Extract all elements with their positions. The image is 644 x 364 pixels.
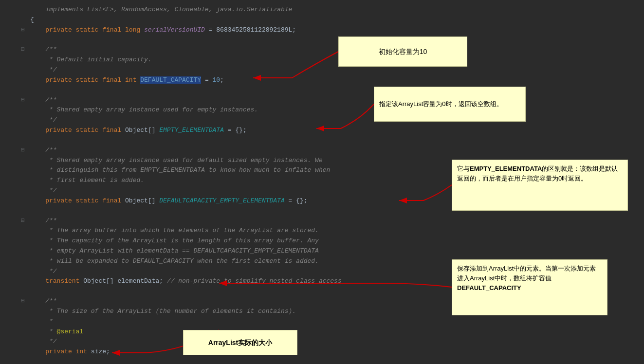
code-line-3: ⊟ private static final long serialVersio…	[0, 25, 644, 36]
line-content-8: private static final int DEFAULT_CAPACIT…	[26, 75, 644, 86]
line-number-11	[5, 105, 19, 106]
line-number-22	[5, 216, 19, 217]
line-content-11: * Shared empty array instance used for e…	[26, 105, 644, 115]
code-line-5: ⊟ /**	[0, 45, 644, 55]
code-line-11: * Shared empty array instance used for e…	[0, 105, 644, 115]
line-number-5	[5, 45, 19, 45]
line-number-28	[5, 276, 19, 277]
line-content-34: */	[26, 337, 644, 347]
line-number-30	[5, 296, 19, 297]
tooltip-empty-elementdata: 指定该ArrayList容量为0时，返回该空数组。	[374, 87, 526, 122]
tooltip-size: ArrayList实际的大小	[183, 330, 297, 355]
code-line-6: * Default initial capacity.	[0, 55, 644, 65]
line-number-6	[5, 55, 19, 55]
line-number-13	[5, 126, 19, 126]
tooltip-elementdata-bold: DEFAULT_CAPACITY	[457, 284, 521, 291]
line-number-33	[5, 327, 19, 328]
line-number-7	[5, 65, 19, 66]
code-line-23: * The array buffer into which the elemen…	[0, 226, 644, 236]
fold-icon-10[interactable]: ⊟	[19, 95, 26, 106]
fold-icon-15[interactable]: ⊟	[19, 146, 26, 156]
line-number-26	[5, 256, 19, 257]
code-line-10: ⊟ /**	[0, 95, 644, 106]
line-content-33: * @serial	[26, 327, 644, 337]
code-line-1: implements List<E>, RandomAccess, Clonea…	[0, 5, 644, 15]
tooltip-empty-elementdata-text: 指定该ArrayList容量为0时，返回该空数组。	[379, 99, 503, 109]
tooltip-initial-capacity-text: 初始化容量为10	[379, 47, 427, 57]
line-number-34	[5, 337, 19, 337]
line-number-10	[5, 95, 19, 96]
code-line-33: * @serial	[0, 327, 644, 337]
line-number-15	[5, 146, 19, 146]
line-content-22: /**	[26, 216, 644, 226]
line-number-2	[5, 15, 19, 16]
code-line-34: */	[0, 337, 644, 347]
line-content-12: */	[26, 115, 644, 126]
line-content-5: /**	[26, 45, 644, 55]
line-number-17	[5, 165, 19, 166]
line-number-24	[5, 236, 19, 237]
code-line-35: private int size;	[0, 347, 644, 357]
line-content-13: private static final Object[] EMPTY_ELEM…	[26, 126, 644, 136]
line-content-1: implements List<E>, RandomAccess, Clonea…	[26, 5, 644, 15]
code-line-8: private static final int DEFAULT_CAPACIT…	[0, 75, 644, 86]
tooltip-size-text: ArrayList实际的大小	[208, 338, 272, 348]
code-line-25: * empty ArrayList with elementData == DE…	[0, 246, 644, 256]
code-line-24: * The capacity of the ArrayList is the l…	[0, 236, 644, 246]
code-line-7: */	[0, 65, 644, 75]
code-line-12: */	[0, 115, 644, 126]
line-content-24: * The capacity of the ArrayList is the l…	[26, 236, 644, 246]
code-line-32: *	[0, 317, 644, 327]
tooltip-initial-capacity: 初始化容量为10	[338, 36, 467, 67]
line-number-21	[5, 206, 19, 207]
line-content-23: * The array buffer into which the elemen…	[26, 226, 644, 236]
line-number-32	[5, 317, 19, 317]
fold-icon-30[interactable]: ⊟	[19, 296, 26, 307]
line-number-25	[5, 246, 19, 247]
line-number-9	[5, 86, 19, 86]
line-number-35	[5, 347, 19, 347]
line-content-2: {	[26, 15, 644, 25]
line-number-1	[5, 5, 19, 5]
code-line-4	[0, 35, 644, 45]
line-number-20	[5, 196, 19, 197]
tooltip-defaultcapacity-text-1: 它与	[457, 165, 470, 172]
line-number-16	[5, 156, 19, 156]
code-line-2: {	[0, 15, 644, 25]
line-content-35: private int size;	[26, 347, 644, 357]
tooltip-elementdata-text-1: 保存添加到ArrayList中的元素。当第一次添加元素进入ArrayList中时…	[457, 265, 596, 282]
tooltip-defaultcapacity-elementdata: 它与EMPTY_ELEMENTDATA的区别就是：该数组是默认返回的，而后者是在…	[452, 160, 628, 211]
line-content-6: * Default initial capacity.	[26, 55, 644, 65]
tooltip-elementdata: 保存添加到ArrayList中的元素。当第一次添加元素进入ArrayList中时…	[452, 259, 607, 315]
line-number-27	[5, 267, 19, 267]
code-area: implements List<E>, RandomAccess, Clonea…	[0, 0, 644, 362]
line-content-15: /**	[26, 146, 644, 156]
line-number-12	[5, 115, 19, 116]
line-number-14	[5, 136, 19, 136]
line-content-25: * empty ArrayList with elementData == DE…	[26, 246, 644, 256]
line-number-31	[5, 307, 19, 307]
line-number-8	[5, 75, 19, 76]
code-line-14	[0, 136, 644, 146]
tooltip-defaultcapacity-bold: EMPTY_ELEMENTDATA	[470, 165, 542, 172]
line-content-7: */	[26, 65, 644, 75]
code-line-9	[0, 86, 644, 95]
line-content-32: *	[26, 317, 644, 327]
code-line-13: private static final Object[] EMPTY_ELEM…	[0, 126, 644, 136]
fold-icon-5[interactable]: ⊟	[19, 45, 26, 55]
line-number-23	[5, 226, 19, 226]
line-number-3	[5, 25, 19, 26]
line-content-10: /**	[26, 95, 644, 106]
code-line-22: ⊟ /**	[0, 216, 644, 226]
line-number-29	[5, 287, 19, 287]
fold-icon-3[interactable]: ⊟	[19, 25, 26, 36]
line-content-3: private static final long serialVersionU…	[26, 25, 644, 36]
line-number-19	[5, 186, 19, 186]
fold-icon-22[interactable]: ⊟	[19, 216, 26, 226]
line-number-4	[5, 35, 19, 36]
code-line-15: ⊟ /**	[0, 146, 644, 156]
line-number-18	[5, 176, 19, 176]
